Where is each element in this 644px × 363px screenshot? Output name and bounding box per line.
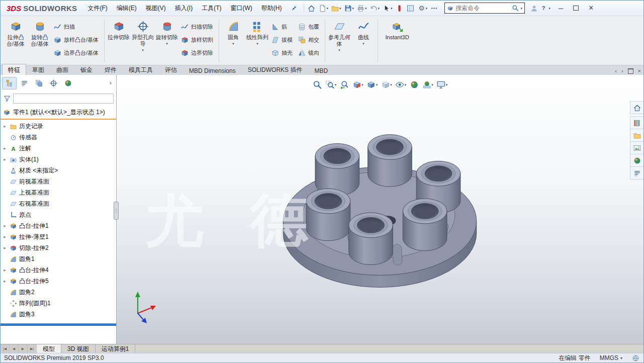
view-palette-button[interactable] [630,141,643,154]
file-explorer-button[interactable] [630,129,643,142]
units-selector[interactable]: MMGS ▾ [600,354,622,361]
configurationmanager-tab-tab[interactable] [32,77,46,89]
help-dropdown-caret[interactable]: ▾ [548,7,550,10]
help-icon[interactable]: ? [539,4,547,12]
tree-item-1[interactable]: 传感器 [1,132,116,143]
dropdown-caret-icon[interactable]: ▾ [361,83,363,86]
expand-arrow-icon[interactable]: ▸ [2,146,8,151]
tree-item-15[interactable]: 圆角2 [1,287,116,298]
display-style-button[interactable]: ▾ [380,77,393,92]
tree-item-10[interactable]: ▸拉伸-薄壁1 [1,231,116,242]
select-button[interactable]: ▾ [381,3,394,14]
dropdown-caret-icon[interactable]: ▾ [376,83,378,86]
maximize-button[interactable] [569,2,584,14]
tree-item-13[interactable]: ▸凸台-拉伸4 [1,264,116,276]
custom-properties-button[interactable] [630,166,643,179]
pin-menu-button[interactable] [289,3,300,14]
tree-item-0[interactable]: ▸历史记录 [1,121,116,132]
expand-arrow-icon[interactable]: ▸ [2,234,8,239]
view-settings-button[interactable]: ▾ [436,77,448,92]
zoom-fit-button[interactable] [312,77,323,92]
extruded-cut-button[interactable]: 拉伸切除 [107,18,131,64]
intersect-button[interactable]: 相交 [296,33,323,46]
edit-appearance-button[interactable] [409,77,419,92]
bottom-tab-1[interactable]: 3D 视图 [61,344,96,353]
dropdown-caret-icon[interactable]: ▾ [362,42,364,45]
expand-arrow-icon[interactable]: ▸ [2,223,8,228]
hole-wizard-button[interactable]: 异型孔向导▾ [131,18,155,64]
dropdown-caret-icon[interactable]: ▾ [142,48,144,52]
restore-document-icon[interactable] [628,68,633,74]
dimxpertmanager-tab-tab[interactable] [47,77,60,89]
apply-scene-button[interactable]: ▾ [421,77,434,92]
panel-flyout-arrow-icon[interactable]: › [107,79,115,86]
lofted-boss-button[interactable]: 放样凸台/基体 [52,33,102,46]
user-account-icon[interactable] [530,4,538,13]
more-options-button[interactable] [429,3,439,14]
menubar-item-0[interactable]: 文件(F) [83,2,112,15]
expand-arrow-icon[interactable]: ▸ [2,157,8,162]
displaymanager-tab-tab[interactable] [61,77,75,89]
menubar-item-6[interactable]: 帮助(H) [257,2,287,15]
collab-badge-button[interactable] [394,3,405,14]
linear-pattern-button[interactable]: 线性阵列▾ [245,18,269,64]
extruded-boss-button[interactable]: 拉伸凸台/基体 [4,18,28,64]
panel-splitter-handle[interactable]: ⋮ [114,202,119,220]
tree-item-12[interactable]: 圆角1 [1,253,116,264]
draft-button[interactable]: 拔模 [269,33,296,46]
print-button[interactable]: ▾ [355,3,368,14]
tree-item-11[interactable]: ▸切除-拉伸2 [1,242,116,253]
open-button[interactable]: ▾ [330,3,342,14]
tree-item-8[interactable]: 原点 [1,209,116,220]
dropdown-caret-icon[interactable]: ▾ [405,83,407,86]
tree-root-row[interactable]: 零件1 (默认<<默认>_显示状态 1>) [1,106,116,120]
revolved-boss-button[interactable]: 旋转凸台/基体 [28,18,52,64]
dropdown-caret-icon[interactable]: ▾ [352,7,354,10]
next-tab-button[interactable]: ▶ [19,344,28,353]
swept-boss-button[interactable]: 扫描 [52,20,102,33]
menubar-item-5[interactable]: 窗口(W) [226,2,257,15]
revolved-cut-button[interactable]: 旋转切除▾ [155,18,179,64]
expand-arrow-icon[interactable]: ▸ [2,124,8,129]
tab-scroll-left-icon[interactable]: ‹ [615,68,617,74]
dropdown-caret-icon[interactable]: ▾ [327,7,329,10]
dropdown-caret-icon[interactable]: ▾ [335,83,337,86]
dropdown-caret-icon[interactable]: ▾ [338,48,340,52]
tree-item-6[interactable]: 上视基准面 [1,187,116,198]
dropdown-caret-icon[interactable]: ▾ [446,83,448,86]
design-library-button[interactable] [630,116,643,129]
previous-tab-button[interactable]: ◀ [10,344,19,353]
bottom-tab-2[interactable]: 运动算例1 [96,344,136,353]
lofted-cut-button[interactable]: 放样切割 [179,33,217,46]
expand-arrow-icon[interactable]: ▸ [2,279,8,284]
view-orientation-button[interactable]: ▾ [366,77,379,92]
dropdown-caret-icon[interactable]: ▾ [339,7,341,10]
dropdown-caret-icon[interactable]: ▾ [232,42,234,45]
filter-input[interactable] [13,94,114,104]
dropdown-caret-icon[interactable]: ▾ [431,83,433,86]
previous-view-button[interactable] [339,77,349,92]
wrap-button[interactable]: 包覆 [296,20,323,33]
search-command-box[interactable]: 搜索命令 ▾ [444,3,525,14]
rib-button[interactable]: 筋 [269,20,296,33]
menubar-item-4[interactable]: 工具(T) [197,2,226,15]
undo-button[interactable]: ▾ [369,3,381,14]
appearances-button[interactable] [630,154,643,167]
close-document-icon[interactable]: × [638,68,641,74]
tree-item-3[interactable]: ▸实体(1) [1,154,116,165]
graphics-viewport[interactable]: 尤德 ▾▾▾▾▾▾▾ [117,75,643,344]
instant3d-button[interactable]: Instant3D [380,18,414,64]
save-button[interactable]: ▾ [343,3,355,14]
first-tab-button[interactable]: |◀ [1,344,10,353]
tree-item-9[interactable]: ▸凸台-拉伸1 [1,220,116,231]
part-body[interactable] [283,135,477,288]
menubar-item-1[interactable]: 编辑(E) [112,2,141,15]
tree-item-2[interactable]: ▸A注解 [1,143,116,154]
swept-cut-button[interactable]: 扫描切除 [179,20,217,33]
taskpane-home-button[interactable] [630,101,643,114]
curves-button[interactable]: 曲线▾ [351,18,376,64]
dropdown-caret-icon[interactable]: ▾ [365,7,367,10]
tree-item-5[interactable]: 前视基准面 [1,176,116,187]
propertymanager-tab-tab[interactable] [18,77,31,89]
boundary-cut-button[interactable]: 边界切除 [179,46,217,59]
